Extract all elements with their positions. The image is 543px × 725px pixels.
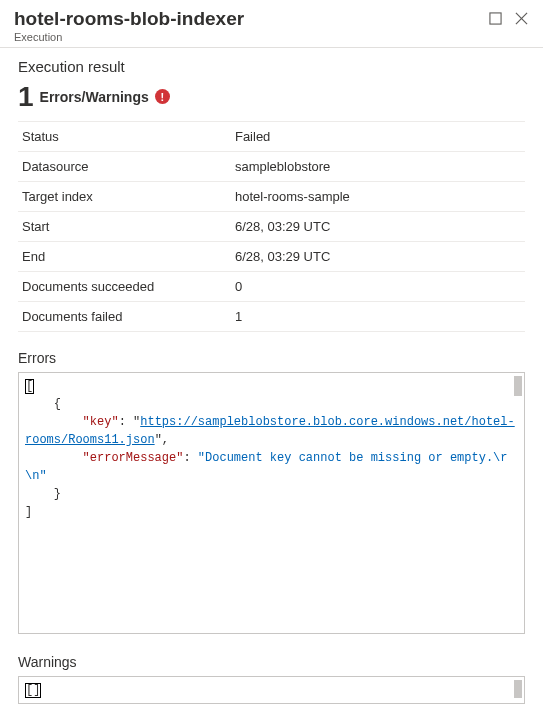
header-titles: hotel-rooms-blob-indexer Execution	[14, 8, 244, 43]
panel-title: hotel-rooms-blob-indexer	[14, 8, 244, 31]
text-cursor: []	[25, 683, 41, 698]
table-row: Documents failed 1	[18, 301, 525, 331]
errors-warnings-summary: 1 Errors/Warnings !	[18, 83, 525, 111]
errors-warnings-label: Errors/Warnings	[40, 89, 149, 105]
execution-details-table: Status Failed Datasource sampleblobstore…	[18, 121, 525, 332]
scrollbar-thumb[interactable]	[514, 376, 522, 396]
detail-value: 6/28, 03:29 UTC	[231, 241, 525, 271]
maximize-icon[interactable]	[487, 10, 503, 26]
detail-key: Documents failed	[18, 301, 231, 331]
detail-value: sampleblobstore	[231, 151, 525, 181]
execution-panel: hotel-rooms-blob-indexer Execution Execu…	[0, 0, 543, 725]
errors-title: Errors	[18, 350, 525, 366]
errors-json: [ { "key": "https://sampleblobstore.blob…	[25, 377, 518, 521]
panel-subtitle: Execution	[14, 31, 244, 43]
detail-value: 0	[231, 271, 525, 301]
text-cursor: [	[25, 379, 34, 394]
table-row: Documents succeeded 0	[18, 271, 525, 301]
errors-warnings-count: 1	[18, 83, 34, 111]
panel-header: hotel-rooms-blob-indexer Execution	[0, 0, 543, 48]
table-row: End 6/28, 03:29 UTC	[18, 241, 525, 271]
scrollbar-thumb[interactable]	[514, 680, 522, 698]
table-row: Target index hotel-rooms-sample	[18, 181, 525, 211]
detail-key: Status	[18, 121, 231, 151]
detail-value: 6/28, 03:29 UTC	[231, 211, 525, 241]
detail-value: 1	[231, 301, 525, 331]
table-row: Status Failed	[18, 121, 525, 151]
detail-key: Target index	[18, 181, 231, 211]
header-actions	[487, 8, 529, 26]
table-row: Start 6/28, 03:29 UTC	[18, 211, 525, 241]
warnings-title: Warnings	[18, 654, 525, 670]
detail-value: hotel-rooms-sample	[231, 181, 525, 211]
detail-key: Documents succeeded	[18, 271, 231, 301]
close-icon[interactable]	[513, 10, 529, 26]
alert-icon: !	[155, 89, 170, 104]
detail-key: End	[18, 241, 231, 271]
detail-key: Start	[18, 211, 231, 241]
warnings-json: []	[25, 681, 518, 699]
table-row: Datasource sampleblobstore	[18, 151, 525, 181]
errors-box[interactable]: [ { "key": "https://sampleblobstore.blob…	[18, 372, 525, 634]
detail-key: Datasource	[18, 151, 231, 181]
warnings-box[interactable]: []	[18, 676, 525, 704]
svg-rect-0	[489, 12, 500, 23]
detail-value: Failed	[231, 121, 525, 151]
execution-result-title: Execution result	[18, 58, 525, 75]
panel-content: Execution result 1 Errors/Warnings ! Sta…	[0, 48, 543, 725]
